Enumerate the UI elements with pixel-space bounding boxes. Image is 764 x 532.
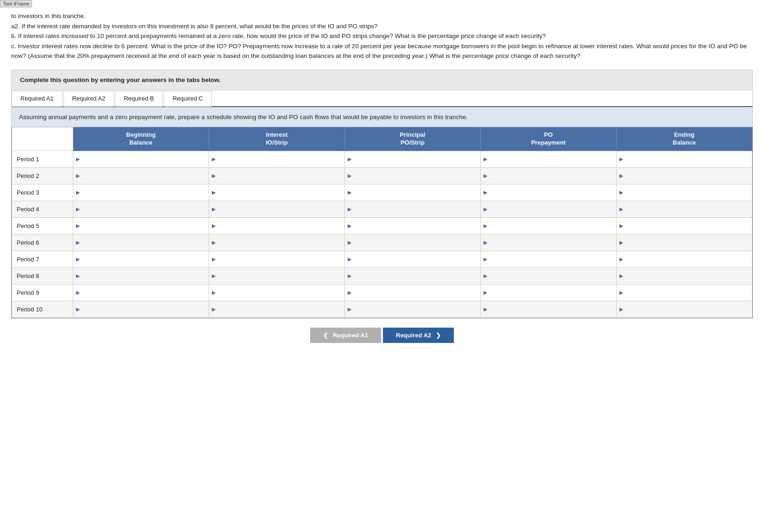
cell-beginning-balance-2[interactable]: ▶ <box>73 168 209 184</box>
cell-beginning-balance-7[interactable]: ▶ <box>73 251 209 268</box>
cell-interest-io-9[interactable]: ▶ <box>209 285 344 301</box>
cell-interest-io-2[interactable]: ▶ <box>209 168 344 184</box>
cell-principal-po-1[interactable]: ▶ <box>344 151 480 168</box>
input-principal-po-4[interactable] <box>353 206 478 213</box>
input-beginning-balance-1[interactable] <box>82 156 206 163</box>
cell-beginning-balance-8[interactable]: ▶ <box>73 268 209 285</box>
input-interest-io-5[interactable] <box>217 222 342 229</box>
input-interest-io-9[interactable] <box>217 289 342 296</box>
input-principal-po-6[interactable] <box>353 239 478 246</box>
input-po-prepayment-8[interactable] <box>489 272 613 279</box>
input-beginning-balance-3[interactable] <box>82 189 206 196</box>
input-interest-io-7[interactable] <box>217 256 342 263</box>
cell-ending-balance-1[interactable]: ▶ <box>616 151 752 168</box>
cell-interest-io-10[interactable]: ▶ <box>209 301 344 318</box>
input-beginning-balance-2[interactable] <box>82 172 206 179</box>
cell-principal-po-2[interactable]: ▶ <box>344 168 480 184</box>
cell-principal-po-7[interactable]: ▶ <box>344 251 480 268</box>
cell-principal-po-3[interactable]: ▶ <box>344 184 480 201</box>
cell-beginning-balance-1[interactable]: ▶ <box>73 151 209 168</box>
input-ending-balance-4[interactable] <box>625 206 749 213</box>
cell-principal-po-9[interactable]: ▶ <box>344 285 480 301</box>
input-principal-po-9[interactable] <box>353 289 478 296</box>
input-beginning-balance-10[interactable] <box>82 306 206 313</box>
input-interest-io-1[interactable] <box>217 156 342 163</box>
cell-po-prepayment-5[interactable]: ▶ <box>480 218 616 234</box>
input-ending-balance-2[interactable] <box>625 172 749 179</box>
input-interest-io-6[interactable] <box>217 239 342 246</box>
tab-required-b[interactable]: Required B <box>115 91 163 107</box>
cell-ending-balance-3[interactable]: ▶ <box>616 184 752 201</box>
input-ending-balance-9[interactable] <box>625 289 749 296</box>
cell-ending-balance-8[interactable]: ▶ <box>616 268 752 285</box>
cell-principal-po-4[interactable]: ▶ <box>344 201 480 218</box>
input-po-prepayment-3[interactable] <box>489 189 613 196</box>
cell-interest-io-3[interactable]: ▶ <box>209 184 344 201</box>
input-beginning-balance-9[interactable] <box>82 289 206 296</box>
cell-interest-io-6[interactable]: ▶ <box>209 234 344 251</box>
cell-interest-io-4[interactable]: ▶ <box>209 201 344 218</box>
input-principal-po-1[interactable] <box>353 156 478 163</box>
input-po-prepayment-4[interactable] <box>489 206 613 213</box>
cell-po-prepayment-4[interactable]: ▶ <box>480 201 616 218</box>
cell-ending-balance-2[interactable]: ▶ <box>616 168 752 184</box>
input-beginning-balance-5[interactable] <box>82 222 206 229</box>
cell-ending-balance-4[interactable]: ▶ <box>616 201 752 218</box>
input-interest-io-4[interactable] <box>217 206 342 213</box>
cell-beginning-balance-5[interactable]: ▶ <box>73 218 209 234</box>
cell-interest-io-1[interactable]: ▶ <box>209 151 344 168</box>
input-principal-po-10[interactable] <box>353 306 478 313</box>
cell-beginning-balance-3[interactable]: ▶ <box>73 184 209 201</box>
cell-po-prepayment-8[interactable]: ▶ <box>480 268 616 285</box>
input-po-prepayment-1[interactable] <box>489 156 613 163</box>
input-beginning-balance-8[interactable] <box>82 272 206 279</box>
cell-beginning-balance-10[interactable]: ▶ <box>73 301 209 318</box>
input-po-prepayment-5[interactable] <box>489 222 613 229</box>
input-po-prepayment-2[interactable] <box>489 172 613 179</box>
cell-principal-po-6[interactable]: ▶ <box>344 234 480 251</box>
input-beginning-balance-7[interactable] <box>82 256 206 263</box>
input-ending-balance-8[interactable] <box>625 272 749 279</box>
cell-beginning-balance-4[interactable]: ▶ <box>73 201 209 218</box>
input-interest-io-10[interactable] <box>217 306 342 313</box>
cell-principal-po-8[interactable]: ▶ <box>344 268 480 285</box>
cell-po-prepayment-1[interactable]: ▶ <box>480 151 616 168</box>
next-button[interactable]: Required A2 ❯ <box>383 328 454 343</box>
cell-interest-io-7[interactable]: ▶ <box>209 251 344 268</box>
cell-ending-balance-5[interactable]: ▶ <box>616 218 752 234</box>
input-ending-balance-10[interactable] <box>625 306 749 313</box>
input-interest-io-3[interactable] <box>217 189 342 196</box>
input-beginning-balance-6[interactable] <box>82 239 206 246</box>
tab-required-a2[interactable]: Required A2 <box>64 91 115 107</box>
input-principal-po-2[interactable] <box>353 172 478 179</box>
cell-interest-io-5[interactable]: ▶ <box>209 218 344 234</box>
tab-required-a1[interactable]: Required A1 <box>12 91 63 107</box>
input-ending-balance-7[interactable] <box>625 256 749 263</box>
input-ending-balance-5[interactable] <box>625 222 749 229</box>
input-principal-po-8[interactable] <box>353 272 478 279</box>
input-principal-po-7[interactable] <box>353 256 478 263</box>
prev-button[interactable]: ❮ Required A1 <box>310 328 381 343</box>
input-principal-po-3[interactable] <box>353 189 478 196</box>
cell-ending-balance-7[interactable]: ▶ <box>616 251 752 268</box>
input-interest-io-2[interactable] <box>217 172 342 179</box>
cell-po-prepayment-10[interactable]: ▶ <box>480 301 616 318</box>
cell-po-prepayment-2[interactable]: ▶ <box>480 168 616 184</box>
input-interest-io-8[interactable] <box>217 272 342 279</box>
cell-beginning-balance-9[interactable]: ▶ <box>73 285 209 301</box>
input-po-prepayment-9[interactable] <box>489 289 613 296</box>
input-po-prepayment-10[interactable] <box>489 306 613 313</box>
cell-po-prepayment-9[interactable]: ▶ <box>480 285 616 301</box>
cell-po-prepayment-3[interactable]: ▶ <box>480 184 616 201</box>
cell-interest-io-8[interactable]: ▶ <box>209 268 344 285</box>
input-beginning-balance-4[interactable] <box>82 206 206 213</box>
cell-po-prepayment-6[interactable]: ▶ <box>480 234 616 251</box>
cell-ending-balance-10[interactable]: ▶ <box>616 301 752 318</box>
cell-principal-po-10[interactable]: ▶ <box>344 301 480 318</box>
input-ending-balance-1[interactable] <box>625 156 749 163</box>
input-po-prepayment-7[interactable] <box>489 256 613 263</box>
cell-ending-balance-6[interactable]: ▶ <box>616 234 752 251</box>
cell-principal-po-5[interactable]: ▶ <box>344 218 480 234</box>
cell-beginning-balance-6[interactable]: ▶ <box>73 234 209 251</box>
tab-required-c[interactable]: Required C <box>164 91 212 107</box>
